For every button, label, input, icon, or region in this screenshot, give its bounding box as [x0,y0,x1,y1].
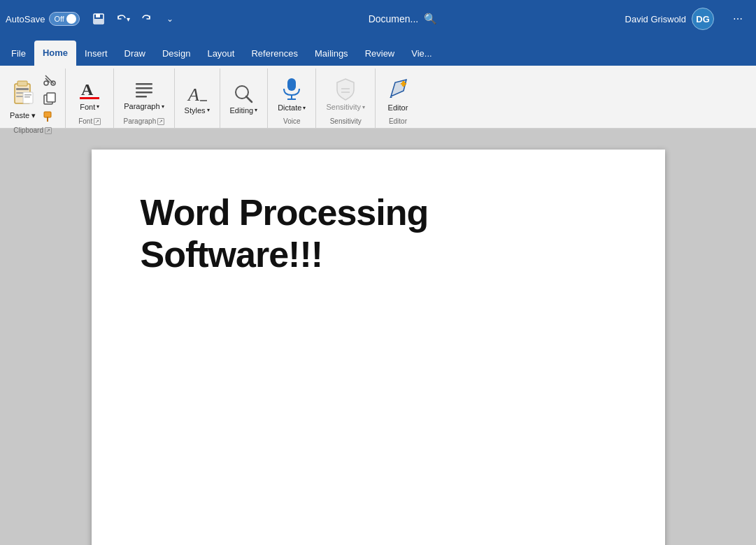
svg-rect-29 [287,78,296,91]
toggle-knob [66,14,76,24]
menu-layout[interactable]: Layout [199,41,243,66]
sensitivity-group-label: Sensitivity [330,117,362,128]
clipboard-items: Paste ▾ [6,71,59,126]
sensitivity-button: Sensitivity ▾ [322,75,369,114]
font-button[interactable]: A Font ▾ [71,74,108,115]
cut-button[interactable] [40,71,59,90]
ribbon-group-paragraph: Paragraph ▾ Paragraph ↗ [114,68,174,128]
paragraph-group-label: Paragraph ↗ [124,117,165,128]
undo-icon[interactable]: ▾ [112,8,133,29]
svg-rect-18 [47,117,48,122]
voice-items: Dictate ▾ [273,71,310,117]
svg-rect-8 [23,92,33,103]
paste-icon [10,78,36,110]
autosave-area: AutoSave Off [6,12,80,26]
toggle-state: Off [54,15,64,23]
document-title-area: Documen... 🔍 [186,13,619,25]
clipboard-dialog-launcher[interactable]: ↗ [45,127,52,134]
save-icon[interactable] [88,8,109,29]
svg-rect-21 [136,83,152,85]
svg-rect-17 [44,112,51,117]
svg-rect-24 [136,96,147,98]
document-name: Documen... [369,13,419,24]
menu-mailings[interactable]: Mailings [306,41,357,66]
clipboard-label: Clipboard ↗ [13,126,52,137]
svg-rect-4 [17,81,27,86]
sensitivity-label: Sensitivity ▾ [326,103,365,111]
svg-text:A: A [81,80,94,99]
editing-label: Editing ▾ [230,106,258,115]
user-name: David Griswold [625,14,686,24]
paragraph-dialog-launcher[interactable]: ↗ [157,118,164,125]
document-heading: Word Processing Software!!! [141,191,616,275]
styles-items: A Styles ▾ [180,71,214,125]
autosave-label: AutoSave [6,14,45,24]
ribbon-group-font: A Font ▾ Font ↗ [66,68,114,128]
styles-label: Styles ▾ [185,106,210,115]
copy-button[interactable] [40,91,59,108]
user-area: David Griswold DG [625,8,714,30]
svg-point-13 [44,81,48,85]
menu-review[interactable]: Review [357,41,404,66]
search-title-icon[interactable]: 🔍 [424,13,437,25]
menu-file[interactable]: File [3,41,34,66]
editor-items: Editor [381,71,415,117]
paste-button[interactable]: Paste ▾ [6,75,40,123]
svg-rect-10 [24,96,30,98]
svg-rect-5 [16,88,29,90]
svg-text:A: A [187,85,199,105]
menu-home[interactable]: Home [34,41,76,66]
user-avatar[interactable]: DG [692,8,714,30]
document-page[interactable]: Word Processing Software!!! [92,150,665,545]
svg-rect-9 [24,94,31,96]
ribbon-group-editing: Editing ▾ [220,68,269,128]
editor-group-label: Editor [389,117,407,128]
ribbon: Paste ▾ [0,66,756,129]
menu-draw[interactable]: Draw [116,41,154,66]
window-more-icon[interactable]: ⋯ [725,8,750,30]
font-group-label: Font ↗ [78,117,101,128]
font-items: A Font ▾ [71,71,108,117]
editing-items: Editing ▾ [226,71,262,125]
ribbon-group-voice: Dictate ▾ Voice [268,68,316,128]
font-label: Font ▾ [80,103,99,111]
format-painter-button[interactable] [40,109,59,126]
autosave-toggle[interactable]: Off [49,12,80,26]
styles-button[interactable]: A Styles ▾ [180,80,214,117]
ribbon-group-editor: Editor Editor [376,68,420,128]
font-dialog-launcher[interactable]: ↗ [94,118,101,125]
voice-group-label: Voice [283,117,300,128]
svg-rect-1 [96,14,100,17]
sensitivity-items: Sensitivity ▾ [322,71,369,117]
editor-button[interactable]: Editor [381,74,415,115]
menu-references[interactable]: References [243,41,306,66]
editor-label: Editor [388,103,408,112]
menu-insert[interactable]: Insert [76,41,116,66]
menu-design[interactable]: Design [154,41,199,66]
paragraph-button[interactable]: Paragraph ▾ [120,75,168,113]
dictate-label: Dictate ▾ [278,103,306,112]
app-window: AutoSave Off ▾ [0,0,756,545]
menu-bar: File Home Insert Draw Design Layout Refe… [0,38,756,66]
window-controls: ⋯ [725,8,750,30]
quick-access-toolbar: ▾ ⌄ [88,8,180,29]
customize-icon[interactable]: ⌄ [159,8,180,29]
ribbon-group-styles: A Styles ▾ [175,68,220,128]
paragraph-items: Paragraph ▾ [120,71,168,117]
svg-rect-2 [94,19,103,23]
redo-icon[interactable] [136,8,157,29]
paste-label: Paste ▾ [10,111,36,120]
svg-rect-22 [136,87,152,89]
svg-rect-23 [136,92,152,94]
svg-rect-16 [47,93,55,102]
document-area: Word Processing Software!!! [0,129,756,545]
clipboard-small-buttons [40,71,59,126]
menu-view[interactable]: Vie... [403,41,440,66]
paragraph-label: Paragraph ▾ [124,102,164,110]
svg-line-28 [246,96,252,102]
svg-rect-20 [80,97,99,99]
ribbon-group-sensitivity: Sensitivity ▾ Sensitivity [316,68,376,128]
dictate-button[interactable]: Dictate ▾ [273,74,310,115]
ribbon-group-clipboard: Paste ▾ [0,68,66,128]
editing-button[interactable]: Editing ▾ [226,80,262,117]
